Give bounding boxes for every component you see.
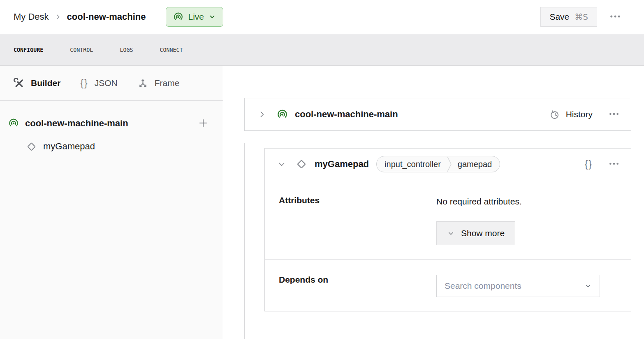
viam-machine-config-page: My Desk cool-new-machine Live Save ⌘S (0, 0, 644, 339)
chevron-down-icon (208, 13, 216, 21)
history-button[interactable]: History (549, 109, 593, 120)
ellipsis-icon (608, 108, 620, 121)
chevron-down-icon (447, 230, 455, 237)
component-name: myGamepad (315, 159, 369, 170)
machine-part-card: cool-new-machine-main History (244, 98, 631, 131)
live-broadcast-icon (277, 109, 288, 120)
breadcrumb-my-desk[interactable]: My Desk (14, 12, 49, 22)
tree-item-label: cool-new-machine-main (25, 118, 128, 129)
live-broadcast-icon (173, 12, 183, 22)
live-broadcast-icon (8, 118, 19, 129)
axes-icon (137, 78, 148, 89)
attributes-empty-message: No required attributes. (436, 197, 522, 207)
search-components-input[interactable] (445, 281, 584, 291)
tab-logs[interactable]: LOGS (120, 44, 133, 56)
component-card-header: myGamepad input_controller gamepad {} (265, 149, 631, 180)
live-status-dropdown[interactable]: Live (166, 7, 223, 27)
tree-item-label: myGamepad (43, 141, 95, 152)
attributes-label: Attributes (265, 180, 436, 259)
tab-control[interactable]: CONTROL (70, 44, 93, 56)
component-model: gamepad (458, 160, 492, 169)
ellipsis-icon (608, 158, 620, 171)
breadcrumb-machine-name: cool-new-machine (67, 12, 146, 22)
add-component-button[interactable] (197, 117, 209, 130)
show-more-button[interactable]: Show more (436, 221, 515, 245)
depends-on-select[interactable] (436, 275, 600, 297)
show-more-label: Show more (461, 228, 505, 238)
badge-chevron-separator-icon (447, 156, 452, 172)
breadcrumb: My Desk cool-new-machine (14, 12, 146, 22)
history-button-label: History (566, 109, 593, 119)
header-more-options-button[interactable] (605, 7, 625, 27)
component-type-badge: input_controller gamepad (376, 156, 500, 172)
tab-configure[interactable]: CONFIGURE (14, 44, 43, 56)
machine-card-more-button[interactable] (608, 108, 620, 121)
save-button-label: Save (549, 12, 569, 22)
tab-connect[interactable]: CONNECT (160, 44, 183, 56)
configure-sidebar: Builder {} JSON Frame (0, 66, 223, 339)
page-body: Builder {} JSON Frame (0, 66, 644, 339)
tools-icon (14, 78, 25, 89)
view-tab-json[interactable]: {} JSON (80, 78, 117, 89)
attributes-section: Attributes No required attributes. Show … (265, 180, 631, 260)
save-button[interactable]: Save ⌘S (540, 7, 597, 27)
breadcrumb-chevron-icon (55, 14, 61, 20)
plus-icon (198, 118, 208, 130)
machine-tab-bar: CONFIGURE CONTROL LOGS CONNECT (0, 34, 644, 66)
save-shortcut-hint: ⌘S (575, 12, 588, 22)
view-tab-label: Frame (155, 78, 180, 88)
component-card-mygamepad: myGamepad input_controller gamepad {} (264, 148, 631, 311)
config-view-switcher: Builder {} JSON Frame (0, 66, 223, 101)
tree-item-mygamepad[interactable]: myGamepad (0, 137, 223, 156)
collapse-chevron-down-icon[interactable] (278, 160, 286, 168)
chevron-down-icon (584, 282, 592, 290)
expand-chevron-right-icon[interactable] (258, 110, 266, 118)
configure-main-panel: cool-new-machine-main History (223, 66, 644, 339)
machine-part-tree: cool-new-machine-main myGamepad (0, 101, 223, 339)
machine-part-title: cool-new-machine-main (295, 109, 398, 120)
view-tab-label: JSON (95, 78, 118, 88)
braces-icon: {} (80, 78, 88, 89)
tree-connector-line (244, 143, 245, 339)
component-diamond-icon (296, 158, 307, 170)
view-tab-label: Builder (31, 78, 60, 88)
view-tab-builder[interactable]: Builder (14, 78, 60, 89)
ellipsis-icon (609, 10, 621, 24)
depends-on-section: Depends on (265, 260, 631, 311)
component-more-button[interactable] (608, 158, 620, 171)
component-diamond-icon (26, 141, 37, 152)
history-clock-icon (549, 109, 561, 120)
depends-on-label: Depends on (265, 260, 436, 311)
view-tab-frame[interactable]: Frame (137, 78, 180, 89)
live-badge-label: Live (188, 12, 204, 22)
top-header: My Desk cool-new-machine Live Save ⌘S (0, 0, 644, 34)
component-type: input_controller (385, 160, 441, 169)
tree-item-machine-main[interactable]: cool-new-machine-main (0, 114, 223, 133)
component-json-button[interactable]: {} (585, 159, 593, 170)
